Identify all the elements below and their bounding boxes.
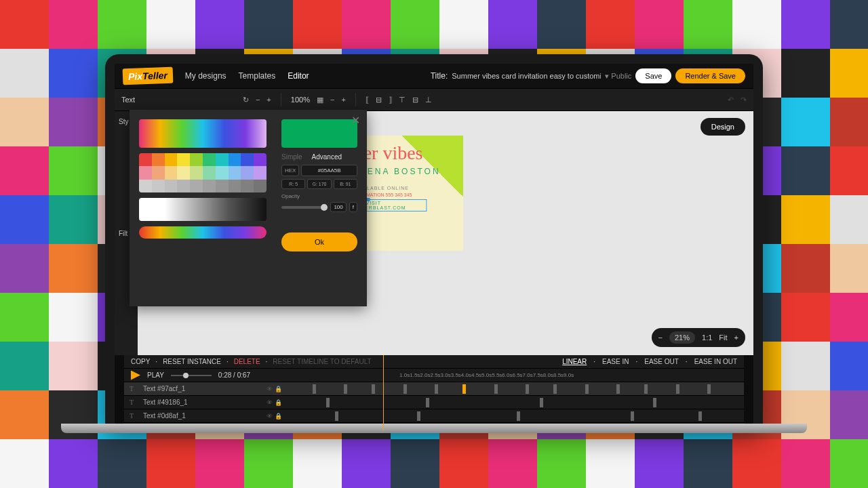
palette-swatch[interactable] [152,153,165,166]
palette-swatch[interactable] [165,180,178,192]
palette-swatch[interactable] [139,166,152,179]
palette-swatch[interactable] [139,180,152,192]
palette-swatch[interactable] [165,166,178,179]
visibility-dropdown[interactable]: ▾ Public [605,72,631,81]
easing-ease-in[interactable]: EASE IN [602,358,629,365]
palette-swatch[interactable] [190,166,203,179]
palette-swatch[interactable] [177,153,190,166]
palette-swatch[interactable] [229,153,241,166]
keyframe[interactable] [676,384,679,394]
timeline-reset-instance[interactable]: RESET INSTANCE [163,358,221,365]
keyframe[interactable] [526,384,529,394]
grayscale-strip[interactable] [139,198,267,221]
track-row[interactable]: Text #49186_1👁 🔒 [124,396,744,409]
g-input[interactable]: G: 170 [307,179,331,189]
palette-swatch[interactable] [203,180,216,192]
keyframe[interactable] [313,384,316,394]
design-mode-button[interactable]: Design [701,118,745,136]
play-icon[interactable] [131,371,140,380]
palette-swatch[interactable] [139,153,152,166]
redo-icon[interactable]: ↷ [741,96,747,104]
palette-swatch[interactable] [229,166,241,179]
track-visibility-lock[interactable]: 👁 🔒 [267,386,290,392]
easing-ease-out[interactable]: EASE OUT [644,358,679,365]
palette-swatch[interactable] [216,153,229,166]
palette-grid[interactable] [139,153,267,192]
keyframe[interactable] [417,411,420,421]
keyframe[interactable] [462,384,466,394]
track-visibility-lock[interactable]: 👁 🔒 [267,399,290,406]
align-top-icon[interactable]: ⊤ [399,96,406,104]
playhead[interactable] [383,355,384,430]
r-input[interactable]: R: 5 [281,179,305,189]
zoom-in-button[interactable]: + [734,333,738,342]
track-row[interactable]: Text #0d8af_1👁 🔒 [124,409,744,423]
keyframe[interactable] [403,384,407,394]
palette-preset-strip[interactable] [139,119,267,148]
minus-icon[interactable]: − [256,96,260,104]
nav-editor[interactable]: Editor [288,71,309,81]
track-visibility-lock[interactable]: 👁 🔒 [267,413,290,420]
keyframe[interactable] [426,398,429,407]
palette-swatch[interactable] [152,166,165,179]
tab-simple[interactable]: Simple [281,153,302,161]
keyframe[interactable] [326,398,330,407]
palette-swatch[interactable] [229,180,241,192]
timeline-delete[interactable]: DELETE [234,358,260,365]
keyframe[interactable] [698,411,702,421]
nav-templates[interactable]: Templates [239,71,276,81]
easing-linear[interactable]: LINEAR [562,358,587,365]
palette-swatch[interactable] [241,153,254,166]
render-save-button[interactable]: Render & Save [675,68,745,83]
close-icon[interactable]: ✕ [351,114,360,127]
palette-swatch[interactable] [216,166,229,179]
align-middle-icon[interactable]: ⊟ [412,96,418,104]
keyframe[interactable] [644,384,648,394]
rotate-icon[interactable]: ↻ [243,96,249,104]
palette-swatch[interactable] [165,153,178,166]
track-row[interactable]: Text #97acf_1👁 🔒 [124,382,744,396]
palette-swatch[interactable] [177,166,190,179]
zoom-11-button[interactable]: 1:1 [702,333,712,342]
keyframe[interactable] [372,384,375,394]
keyframe[interactable] [335,411,338,421]
zoom-in-icon[interactable]: + [341,96,345,104]
palette-swatch[interactable] [177,180,190,192]
nav-my-designs[interactable]: My designs [185,71,226,81]
track-lane[interactable] [290,396,744,409]
undo-icon[interactable]: ↶ [728,96,734,104]
keyframe[interactable] [517,411,520,421]
track-lane[interactable] [290,409,744,422]
b-input[interactable]: B: 91 [334,179,357,189]
align-left-icon[interactable]: ⟦ [366,96,369,104]
grid-icon[interactable]: ▦ [317,96,323,104]
palette-swatch[interactable] [254,166,267,179]
palette-swatch[interactable] [203,153,216,166]
plus-icon[interactable]: + [267,96,271,104]
timeline-copy[interactable]: COPY [131,358,150,365]
align-center-icon[interactable]: ⊟ [376,96,382,104]
sidebar-text[interactable]: Text [121,96,135,104]
keyframe[interactable] [553,384,557,394]
zoom-fit-button[interactable]: Fit [719,333,727,342]
zoom-out-button[interactable]: − [658,333,663,342]
timeline-ruler[interactable]: 1.0s1.5s2.0s2.5s3.0s3.5s4.0s4.5s5.0s5.5s… [399,371,574,380]
palette-swatch[interactable] [254,180,267,192]
keyframe[interactable] [707,384,711,394]
opacity-input[interactable]: 100 [330,202,346,212]
opacity-format[interactable]: f [349,202,357,212]
easing-ease-in-out[interactable]: EASE IN OUT [694,358,737,365]
align-bottom-icon[interactable]: ⊥ [425,96,432,104]
title-input[interactable] [452,72,601,80]
align-right-icon[interactable]: ⟧ [389,96,392,104]
tab-advanced[interactable]: Advanced [312,153,342,161]
play-scrubber[interactable] [171,375,212,376]
palette-swatch[interactable] [203,166,216,179]
keyframe[interactable] [540,398,543,407]
keyframe[interactable] [616,384,620,394]
palette-swatch[interactable] [152,180,165,192]
zoom-percent[interactable]: 21% [669,331,695,344]
keyframe[interactable] [494,384,498,394]
palette-swatch[interactable] [241,180,254,192]
opacity-slider[interactable] [281,206,328,209]
